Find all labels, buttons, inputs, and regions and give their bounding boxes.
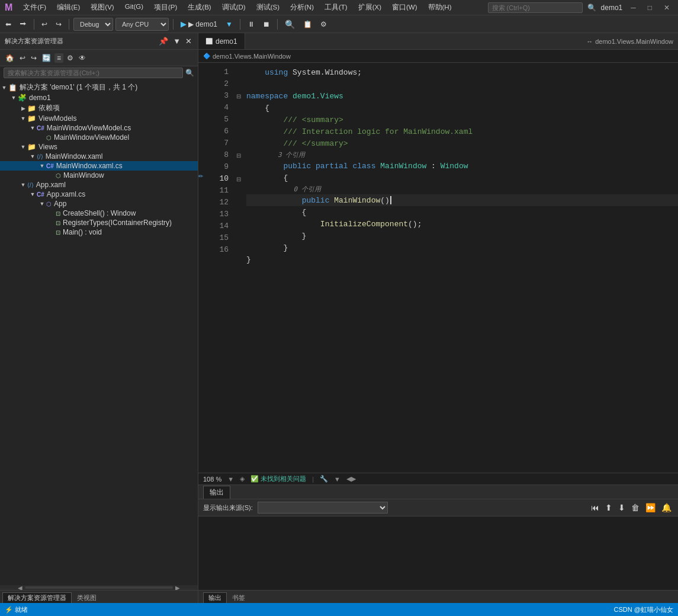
run-button[interactable]: ▶ ▶ demo1 [178,18,220,30]
tree-app-xaml[interactable]: ▼ ⟨/⟩ App.xaml [0,180,198,190]
output-btn-1[interactable]: ⏮ [589,502,601,513]
se-btn-2[interactable]: ↩ [18,53,27,63]
se-btn-settings[interactable]: ⚙ [65,53,75,63]
tab-class-view[interactable]: 类视图 [72,592,102,603]
se-btn-sync[interactable]: 🔄 [40,53,53,63]
code-content[interactable]: using System.Windows; namespace demo1.Vi… [244,63,678,473]
menu-git[interactable]: Git(G) [120,2,148,13]
toolbar-btn-undo[interactable]: ↩ [38,19,50,30]
output-btn-4[interactable]: 🗑 [629,502,641,513]
l3-ns: demo1.Views [293,92,343,101]
vs-logo: M [5,2,12,13]
menu-analyze[interactable]: 分析(N) [285,2,319,13]
tree-mainwindow-xaml[interactable]: ▼ ⟨/⟩ MainWindow.xaml [0,152,198,161]
tree-mainwindow-xaml-cs[interactable]: ▼ C# MainWindow.xaml.cs [0,161,198,171]
solution-explorer-search[interactable] [4,68,183,78]
g-10[interactable]: ⊟ [233,173,244,185]
tree-mainwindowviewmodel-class[interactable]: ⬡ MainWindowViewModel [0,133,198,142]
tab-demo1[interactable]: ⬜ demo1 [198,33,245,49]
tab-solution-explorer[interactable]: 解决方案资源管理器 [2,592,72,603]
bp-13 [198,208,207,220]
cs-icon-mw: C# [46,163,54,169]
output-btn-2[interactable]: ⬆ [603,502,614,513]
bp-2 [198,78,207,90]
tree-mainwindow-class[interactable]: ⬡ MainWindow [0,171,198,180]
menu-help[interactable]: 帮助(H) [423,2,457,13]
solution-tree[interactable]: ▼ 📋 解决方案 'demo1' (1 个项目，共 1 个) ▼ 🧩 demo1… [0,81,198,585]
vm-label: ViewModels [38,114,76,123]
tree-app-class[interactable]: ▼ ⬡ App [0,199,198,208]
toolbar-extra-5[interactable]: ⚙ [317,19,330,30]
toolbar-btn-redo[interactable]: ↪ [53,19,65,30]
output-btn-5[interactable]: ⏩ [644,502,657,513]
se-btn-preview[interactable]: 👁 [77,53,88,63]
class-icon-mw: ⬡ [56,172,61,179]
se-btn-filter[interactable]: ≡ [54,53,63,63]
cpu-dropdown[interactable]: Any CPU [115,18,169,31]
tab-output-bottom[interactable]: 输出 [203,592,227,603]
scrollbar-track[interactable] [25,586,173,589]
toolbar-extra-1[interactable]: ⏸ [245,19,258,30]
max-button[interactable]: □ [644,2,655,13]
zoom-level[interactable]: 108 % [203,476,221,483]
tree-mainwindowviewmodel-cs[interactable]: ▼ C# MainWindowViewModel.cs [0,123,198,133]
se-btn-3[interactable]: ↪ [29,53,38,63]
sidebar-menu-btn[interactable]: ▼ [172,36,182,46]
menu-test[interactable]: 测试(S) [252,2,284,13]
code-line-14: } [246,242,678,254]
toolbar-btn-1[interactable]: ⬅ [2,19,14,30]
global-search-input[interactable] [488,2,583,13]
toolbar-btn-2[interactable]: ⮕ [17,19,30,30]
bp-14 [198,220,207,232]
menu-extensions[interactable]: 扩展(X) [354,2,386,13]
code-line-16 [246,265,678,277]
tree-viewmodels[interactable]: ▼ 📁 ViewModels [0,114,198,123]
output-btn-6[interactable]: 🔔 [660,502,673,513]
menu-tools[interactable]: 工具(T) [320,2,352,13]
min-button[interactable]: ─ [627,2,640,13]
status-wrench-icon[interactable]: 🔧 [320,475,328,483]
menu-build[interactable]: 生成(B) [183,2,216,13]
search-icon[interactable]: 🔍 [587,4,596,12]
output-source-dropdown[interactable] [258,502,388,514]
method-icon-cs: ⊡ [56,210,60,217]
output-toolbar: 显示输出来源(S): ⏮ ⬆ ⬇ 🗑 ⏩ 🔔 [198,499,678,516]
tree-views[interactable]: ▼ 📁 Views [0,142,198,152]
tree-dependencies[interactable]: ▶ 📁 依赖项 [0,102,198,114]
zoom-extra-icon[interactable]: ◈ [240,475,245,483]
output-btn-3[interactable]: ⬇ [616,502,627,513]
menu-file[interactable]: 文件(F) [18,2,51,13]
zoom-dropdown-icon[interactable]: ▼ [227,476,234,483]
tab-output[interactable]: 输出 [203,486,230,499]
sidebar-scrollbar[interactable]: ◀ ▶ [0,585,198,590]
menu-edit[interactable]: 编辑(E) [52,2,85,13]
tree-demo1-project[interactable]: ▼ 🧩 demo1 [0,93,198,102]
menu-debug[interactable]: 调试(D) [217,2,250,13]
sidebar-close-btn[interactable]: ✕ [184,36,193,46]
tree-main[interactable]: ⊡ Main() : void [0,227,198,237]
g-8[interactable]: ⊟ [233,149,244,161]
tree-registertypes[interactable]: ⊡ RegisterTypes(IContainerRegistry) [0,218,198,227]
tree-solution[interactable]: ▼ 📋 解决方案 'demo1' (1 个项目，共 1 个) [0,82,198,93]
sidebar: 解决方案资源管理器 📌 ▼ ✕ 🏠 ↩ ↪ 🔄 ≡ ⚙ 👁 🔍 ▼ 📋 [0,33,198,603]
run-dropdown-btn[interactable]: ▼ [223,19,236,30]
status-dropdown-icon[interactable]: ▼ [334,476,340,483]
folder-icon: 📁 [27,104,36,113]
search-icon[interactable]: 🔍 [185,69,194,77]
toolbar-extra-4[interactable]: 📋 [300,19,315,30]
toolbar-extra-3[interactable]: 🔍 [282,18,298,30]
se-btn-1[interactable]: 🏠 [4,53,16,63]
menu-view[interactable]: 视图(V) [86,2,118,13]
toolbar-extra-2[interactable]: ⏹ [260,19,273,30]
g-3[interactable]: ⊟ [233,90,244,102]
tree-createshell[interactable]: ⊡ CreateShell() : Window [0,208,198,218]
close-button[interactable]: ✕ [660,2,673,13]
tab-bookmarks[interactable]: 书签 [227,592,250,603]
tree-app-xaml-cs[interactable]: ▼ C# App.xaml.cs [0,190,198,199]
ln-12: 12 [207,197,229,208]
menu-window[interactable]: 窗口(W) [387,2,422,13]
menu-project[interactable]: 项目(P) [149,2,182,13]
sidebar-pin-btn[interactable]: 📌 [158,36,169,46]
debug-config-dropdown[interactable]: Debug [73,18,113,31]
status-nav-icon[interactable]: ◀▶ [346,475,356,483]
